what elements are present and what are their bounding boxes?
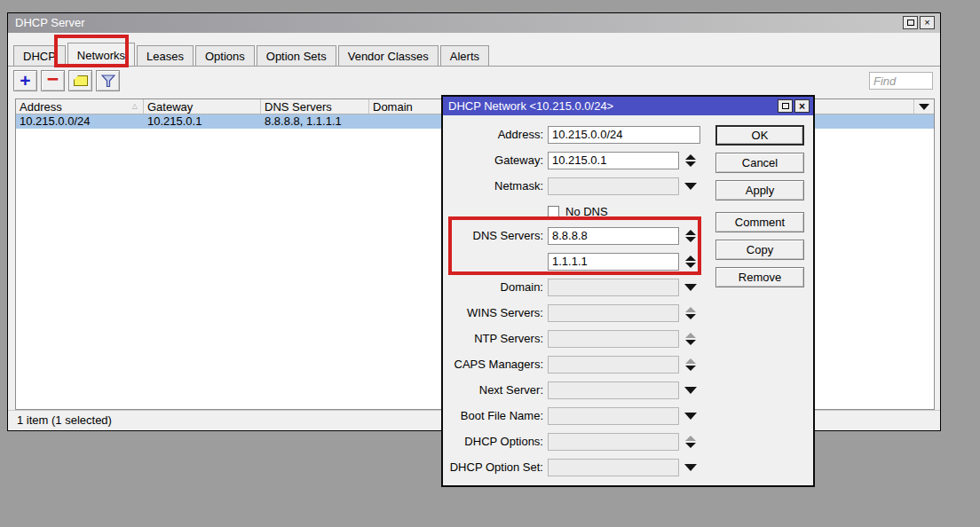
cell-domain — [369, 114, 448, 129]
tab-vendor-classes[interactable]: Vendor Classes — [338, 45, 439, 66]
dhcp-network-dialog: DHCP Network <10.215.0.0/24> × Address: … — [441, 95, 815, 487]
caps-managers-label: CAPS Managers: — [443, 356, 543, 374]
dialog-title: DHCP Network <10.215.0.0/24> — [448, 99, 613, 113]
remove-button[interactable]: Remove — [715, 267, 804, 287]
ntp-servers-label: NTP Servers: — [443, 330, 543, 348]
boot-file-name-input[interactable] — [548, 407, 679, 425]
comment-button[interactable]: Comment — [715, 212, 804, 232]
desktop: DHCP Server × DHCP Networks Leases Optio… — [0, 0, 980, 527]
spinner-up-icon — [685, 436, 696, 441]
dialog-body: Address: 10.215.0.0/24 Gateway: 10.215.0… — [443, 115, 813, 485]
annotation-dns-servers — [448, 216, 701, 275]
cell-dns-servers: 8.8.8.8, 1.1.1.1 — [261, 114, 369, 129]
boot-file-name-dropdown[interactable] — [682, 407, 699, 425]
wins-servers-label: WINS Servers: — [443, 304, 543, 322]
next-server-dropdown[interactable] — [682, 381, 699, 399]
dhcp-option-set-label: DHCP Option Set: — [443, 459, 543, 476]
copy-button[interactable]: Copy — [715, 240, 804, 260]
tab-options[interactable]: Options — [195, 45, 255, 66]
domain-label: Domain: — [443, 279, 543, 296]
dhcp-option-set-input[interactable] — [548, 459, 679, 476]
window-title: DHCP Server — [15, 16, 85, 29]
dialog-close-button[interactable]: × — [794, 99, 810, 113]
column-select-button[interactable] — [913, 99, 934, 114]
close-icon: × — [924, 18, 929, 28]
wins-servers-spinner[interactable] — [683, 304, 699, 322]
chevron-down-icon — [684, 387, 697, 394]
close-button[interactable]: × — [920, 16, 935, 29]
gateway-label: Gateway: — [443, 152, 543, 169]
maximize-icon — [782, 103, 789, 109]
ntp-servers-spinner[interactable] — [683, 330, 699, 348]
cancel-button[interactable]: Cancel — [715, 153, 804, 173]
status-text: 1 item (1 selected) — [17, 413, 112, 427]
dialog-maximize-button[interactable] — [778, 99, 793, 113]
gateway-input[interactable]: 10.215.0.1 — [548, 152, 679, 169]
dhcp-options-spinner[interactable] — [683, 433, 699, 451]
address-input[interactable]: 10.215.0.0/24 — [548, 126, 700, 144]
chevron-down-icon — [684, 413, 697, 420]
window-titlebar[interactable]: DHCP Server — [8, 13, 940, 33]
column-header-gateway[interactable]: Gateway — [144, 99, 261, 114]
tab-option-sets[interactable]: Option Sets — [257, 45, 336, 66]
caps-managers-input[interactable] — [548, 356, 679, 374]
toolbar: + − — [13, 70, 120, 93]
dhcp-options-input[interactable] — [548, 433, 679, 451]
spinner-up-icon — [685, 154, 696, 160]
cell-gateway: 10.215.0.1 — [144, 114, 261, 129]
netmask-input[interactable] — [548, 177, 679, 195]
dhcp-options-label: DHCP Options: — [443, 433, 543, 451]
annotation-networks-tab — [54, 35, 129, 67]
close-icon: × — [799, 101, 805, 112]
ntp-servers-input[interactable] — [548, 330, 679, 348]
find-input[interactable] — [869, 72, 933, 90]
spinner-up-icon — [685, 358, 696, 364]
spinner-up-icon — [685, 333, 696, 338]
tab-alerts[interactable]: Alerts — [440, 45, 489, 66]
remove-icon: − — [47, 69, 59, 90]
comment-icon — [74, 75, 88, 86]
next-server-input[interactable] — [548, 381, 679, 399]
address-label: Address: — [443, 126, 543, 144]
maximize-icon — [907, 20, 914, 26]
spinner-down-icon — [685, 366, 696, 371]
boot-file-name-label: Boot File Name: — [443, 407, 543, 425]
netmask-dropdown[interactable] — [682, 177, 699, 195]
apply-button[interactable]: Apply — [715, 180, 804, 201]
tab-leases[interactable]: Leases — [137, 45, 194, 66]
dhcp-option-set-dropdown[interactable] — [682, 459, 699, 476]
domain-dropdown[interactable] — [682, 279, 699, 296]
spinner-down-icon — [685, 161, 696, 167]
spinner-up-icon — [685, 307, 696, 312]
add-button[interactable]: + — [13, 70, 37, 91]
tab-strip-divider — [8, 66, 940, 67]
chevron-down-icon — [684, 183, 697, 190]
column-header-dns-servers[interactable]: DNS Servers — [261, 99, 369, 114]
comment-button[interactable] — [68, 70, 92, 91]
column-header-address[interactable]: Address △ — [16, 99, 144, 114]
remove-button[interactable]: − — [41, 70, 65, 91]
add-icon: + — [20, 71, 30, 90]
spinner-down-icon — [685, 340, 696, 345]
spinner-down-icon — [685, 314, 696, 319]
wins-servers-input[interactable] — [548, 304, 679, 322]
caps-managers-spinner[interactable] — [683, 356, 699, 374]
sort-ascending-icon: △ — [132, 102, 138, 110]
chevron-down-icon — [684, 284, 697, 291]
dialog-titlebar[interactable]: DHCP Network <10.215.0.0/24> — [443, 97, 813, 115]
cell-address: 10.215.0.0/24 — [16, 114, 144, 129]
maximize-button[interactable] — [903, 16, 918, 29]
next-server-label: Next Server: — [443, 381, 543, 399]
chevron-down-icon — [919, 104, 929, 110]
filter-icon — [101, 75, 115, 88]
spinner-down-icon — [685, 443, 696, 448]
gateway-spinner[interactable] — [683, 152, 699, 169]
chevron-down-icon — [684, 464, 697, 471]
column-header-domain[interactable]: Domain — [369, 99, 448, 114]
ok-button[interactable]: OK — [715, 125, 804, 146]
netmask-label: Netmask: — [443, 177, 543, 195]
domain-input[interactable] — [548, 279, 679, 296]
filter-button[interactable] — [96, 70, 120, 91]
